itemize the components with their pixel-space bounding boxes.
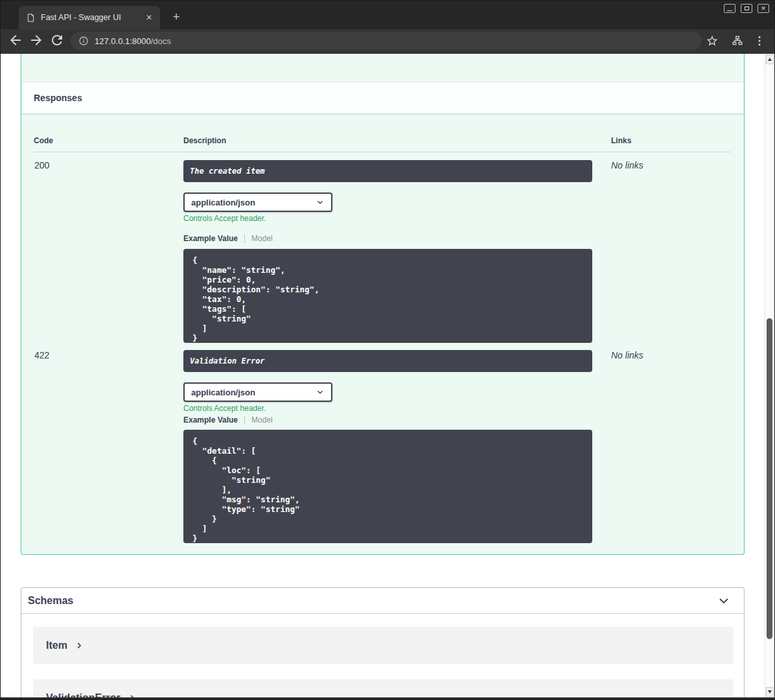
window-frame-bottom [1,697,774,699]
collapse-chevron-icon[interactable] [717,594,730,607]
example-json-200: { "name": "string", "price": 0, "descrip… [183,249,592,343]
browser-tab[interactable]: Fast API - Swagger UI ✕ [19,6,160,29]
tab-divider [244,416,245,425]
schemas-title: Schemas [28,595,73,607]
tab-model-422[interactable]: Model [251,415,273,425]
tab-example-value-200[interactable]: Example Value [183,234,238,243]
scroll-up-button[interactable] [766,54,774,64]
tab-divider [244,235,245,243]
media-type-select-200[interactable]: application/json [183,192,332,212]
tab-groups-button[interactable] [732,35,743,47]
browser-window: Fast API - Swagger UI ✕ + ✕ [0,0,775,700]
forward-button[interactable] [29,32,44,48]
schemas-header[interactable]: Schemas [21,588,744,614]
accept-header-note-200: Controls Accept header. [183,214,266,223]
window-controls: ✕ [724,4,769,13]
operation-block: Responses Code Description Links 200 The… [21,54,745,555]
address-bar[interactable]: 127.0.0.1:8000/docs [71,32,702,50]
column-header-code: Code [34,136,53,145]
column-header-description: Description [183,136,226,145]
kebab-menu-icon [753,34,766,47]
example-model-tabs-200: Example Value Model [183,233,273,244]
site-info-icon [78,36,89,46]
star-icon [706,34,719,47]
scrollbar-thumb[interactable] [767,318,772,639]
chevron-down-icon [316,198,325,207]
response-links-200: No links [611,160,643,170]
response-description-box-422: Validation Error [183,350,592,372]
tab-close-icon[interactable]: ✕ [143,12,155,23]
browser-titlebar: Fast API - Swagger UI ✕ + ✕ [1,1,774,29]
close-button[interactable]: ✕ [758,4,769,13]
media-type-select-422[interactable]: application/json [183,382,332,402]
reload-button[interactable] [49,32,65,48]
tab-favicon-icon [27,13,35,23]
response-links-422: No links [611,350,643,360]
media-type-value-422: application/json [191,388,255,397]
scroll-down-button[interactable] [766,687,774,697]
response-description-box-200: The created item [183,160,592,182]
example-model-tabs-422: Example Value Model [183,415,273,425]
responses-section-header: Responses [21,82,744,114]
close-icon: ✕ [761,6,766,12]
model-name-validationerror: ValidationError [46,692,121,698]
url-text: 127.0.0.1:8000/docs [95,36,171,46]
page-scrollbar[interactable] [765,54,774,697]
bookmark-star-button[interactable] [706,34,719,47]
response-code-422: 422 [34,350,49,360]
media-type-value-200: application/json [191,198,255,207]
chevron-down-icon [316,388,325,397]
scroll-down-icon [768,690,772,694]
maximize-icon [745,6,749,10]
model-item[interactable]: Item [33,627,734,664]
minimize-icon [727,10,732,11]
sitemap-icon [732,35,743,47]
response-code-200: 200 [34,160,49,170]
url-host: 127.0.0.1:8000 [95,36,151,46]
back-button[interactable] [8,32,23,48]
model-validationerror[interactable]: ValidationError [33,679,734,697]
example-json-422: { "detail": [ { "loc": [ "string" ], "ms… [183,430,592,543]
responses-title: Responses [34,93,82,103]
minimize-button[interactable] [724,4,735,13]
back-arrow-icon [8,32,23,48]
menu-button[interactable] [753,34,766,47]
url-path: /docs [151,36,171,46]
forward-arrow-icon [29,32,44,48]
swagger-page: Responses Code Description Links 200 The… [1,54,765,697]
maximize-button[interactable] [741,4,752,13]
expand-chevron-icon [75,642,83,649]
response-description-text-200: The created item [190,167,265,176]
reload-icon [49,32,65,48]
column-header-links: Links [611,136,631,145]
response-description-text-422: Validation Error [190,356,265,366]
table-header-divider [34,152,731,152]
accept-header-note-422: Controls Accept header. [183,404,266,413]
tab-title: Fast API - Swagger UI [41,13,137,22]
schemas-section: Schemas Item ValidationError [21,587,745,697]
scroll-up-icon [768,58,772,61]
model-name-item: Item [46,640,67,651]
tab-model-200[interactable]: Model [251,234,273,243]
new-tab-button[interactable]: + [169,10,183,24]
tab-example-value-422[interactable]: Example Value [183,415,238,425]
